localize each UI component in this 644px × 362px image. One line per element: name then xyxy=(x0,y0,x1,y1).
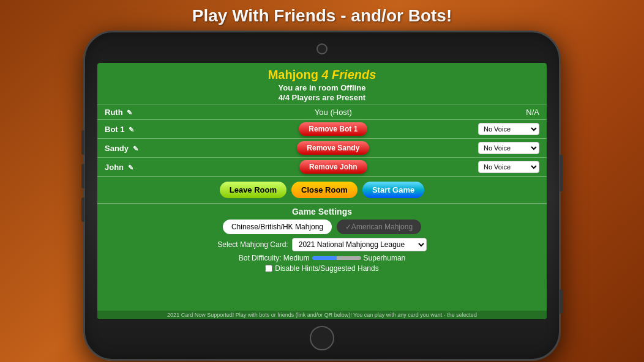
remove-john-button[interactable]: Remove John xyxy=(299,160,367,174)
difficulty-slider[interactable] xyxy=(312,256,361,260)
player-name-sandy: Sandy ✎ xyxy=(97,139,255,158)
close-room-button[interactable]: Close Room xyxy=(291,182,358,198)
edit-icon-sandy[interactable]: ✎ xyxy=(133,145,138,153)
player-action-john: Remove John xyxy=(255,158,412,177)
chinese-mahjong-button[interactable]: Chinese/British/HK Mahjong xyxy=(223,220,332,234)
na-label: N/A xyxy=(526,108,539,117)
player-name-john: John ✎ xyxy=(97,158,255,177)
table-row: Bot 1 ✎ Remove Bot 1 No Voice Voice 1 Vo… xyxy=(97,120,547,139)
table-row: John ✎ Remove John No Voice Voice 1 Voic… xyxy=(97,158,547,177)
hints-row: Disable Hints/Suggested Hands xyxy=(265,264,378,273)
voice-select-bot1[interactable]: No Voice Voice 1 Voice 2 xyxy=(478,123,539,135)
player-action-sandy: Remove Sandy xyxy=(255,139,412,158)
difficulty-row: Bot Difficulty: Medium Superhuman xyxy=(239,254,406,262)
voice-select-john[interactable]: No Voice Voice 1 Voice 2 xyxy=(478,161,539,173)
host-label: You (Host) xyxy=(315,108,352,117)
app-content: Mahjong 4 Friends You are in room Offlin… xyxy=(97,63,547,319)
power-button xyxy=(560,155,563,191)
player-action-bot1: Remove Bot 1 xyxy=(255,120,412,139)
edit-icon-bot1[interactable]: ✎ xyxy=(129,126,134,134)
player-name-bot1: Bot 1 ✎ xyxy=(97,120,255,139)
edit-icon-john[interactable]: ✎ xyxy=(128,164,133,172)
table-row: Sandy ✎ Remove Sandy No Voice Voice 1 Vo… xyxy=(97,139,547,158)
player-name-ruth: Ruth ✎ xyxy=(97,105,255,120)
voice-select-sandy[interactable]: No Voice Voice 1 Voice 2 xyxy=(478,142,539,154)
phone-body: SAMSUNG Mahjong 4 Friends You are in roo… xyxy=(83,31,561,361)
start-game-button[interactable]: Start Game xyxy=(362,182,424,198)
remove-sandy-button[interactable]: Remove Sandy xyxy=(297,141,369,155)
bixby-button xyxy=(560,289,563,314)
players-subtitle: 4/4 Players are Present xyxy=(279,93,365,102)
card-label: Select Mahjong Card: xyxy=(217,240,288,249)
app-title-italic: 4 Friends xyxy=(318,68,376,81)
settings-section: Game Settings Chinese/British/HK Mahjong… xyxy=(97,203,547,273)
player-extra-ruth: N/A xyxy=(412,105,547,120)
phone-wrapper: SAMSUNG Mahjong 4 Friends You are in roo… xyxy=(83,31,561,361)
players-table: Ruth ✎ You (Host) N/A Bot 1 ✎ xyxy=(97,105,547,177)
phone-screen: Mahjong 4 Friends You are in room Offlin… xyxy=(97,63,547,319)
hints-label: Disable Hints/Suggested Hands xyxy=(275,264,378,273)
front-camera xyxy=(316,43,328,54)
difficulty-max-label: Superhuman xyxy=(364,254,406,262)
disable-hints-checkbox[interactable] xyxy=(265,265,272,272)
camera-button xyxy=(81,198,84,222)
remove-bot1-button[interactable]: Remove Bot 1 xyxy=(299,122,367,136)
bottom-note: 2021 Card Now Supported! Play with bots … xyxy=(97,311,547,319)
card-dropdown[interactable]: 2021 National Mahjongg League 2020 Natio… xyxy=(292,238,427,251)
difficulty-label: Bot Difficulty: Medium xyxy=(239,254,310,262)
leave-room-button[interactable]: Leave Room xyxy=(220,182,286,198)
page-title: Play With Friends - and/or Bots! xyxy=(192,6,452,26)
edit-icon-ruth[interactable]: ✎ xyxy=(127,109,132,117)
volume-down-button xyxy=(81,164,84,188)
action-buttons: Leave Room Close Room Start Game xyxy=(220,182,425,198)
player-extra-john: No Voice Voice 1 Voice 2 xyxy=(412,158,547,177)
home-button[interactable] xyxy=(310,326,334,350)
room-subtitle: You are in room Offline xyxy=(279,83,366,92)
player-extra-bot1: No Voice Voice 1 Voice 2 xyxy=(412,120,547,139)
app-title: Mahjong 4 Friends xyxy=(268,68,376,82)
card-select-row: Select Mahjong Card: 2021 National Mahjo… xyxy=(217,238,426,251)
app-title-main: Mahjong xyxy=(268,68,318,81)
settings-title: Game Settings xyxy=(292,207,352,216)
american-mahjong-button[interactable]: ✓American Mahjong xyxy=(337,220,421,234)
volume-up-button xyxy=(81,130,84,155)
table-row: Ruth ✎ You (Host) N/A xyxy=(97,105,547,120)
player-extra-sandy: No Voice Voice 1 Voice 2 xyxy=(412,139,547,158)
game-mode-buttons: Chinese/British/HK Mahjong ✓American Mah… xyxy=(223,220,421,234)
player-action-ruth: You (Host) xyxy=(255,105,412,120)
